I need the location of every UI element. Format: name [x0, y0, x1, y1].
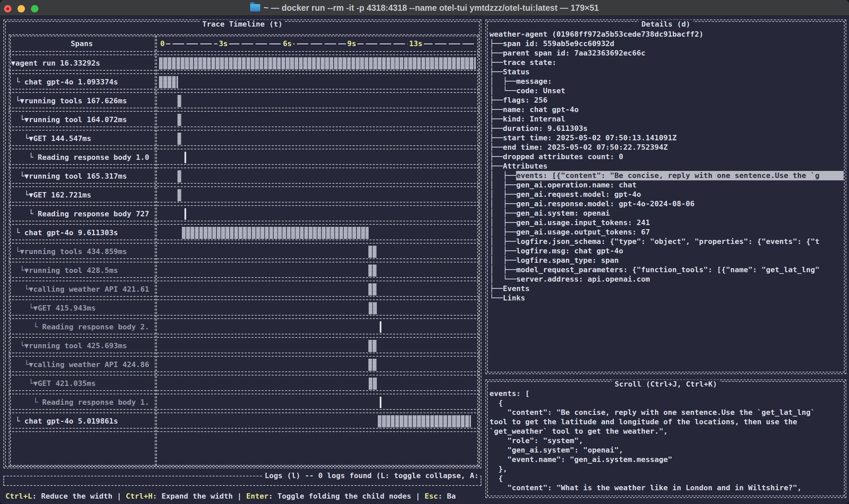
details-tree-line[interactable]: ├──kind: Internal: [490, 114, 844, 124]
spans-table: Spans 03s6s9s13s ▼agent run 16.33292s└ c…: [9, 34, 479, 467]
span-bar-cell: [159, 244, 476, 260]
details-tree-line[interactable]: ├──flags: 256: [490, 95, 844, 105]
span-duration-bar: [368, 359, 377, 371]
details-tree-line[interactable]: weather-agent (01968ff972a5b53cede738dc9…: [490, 30, 844, 39]
details-tree-line[interactable]: │ ├──gen_ai.usage.output_tokens: 67: [490, 228, 844, 237]
span-bar-cell: [159, 263, 476, 278]
details-title: Details (d): [639, 20, 693, 29]
folder-icon: [250, 4, 260, 12]
details-tree-line[interactable]: ├──trace state:: [490, 58, 844, 67]
span-row[interactable]: └ chat gpt-4o 5.019861s: [9, 413, 479, 432]
traffic-lights: [4, 5, 38, 13]
details-tree-line[interactable]: │ ├──logfire.json_schema: {"type": "obje…: [490, 237, 844, 246]
details-tree-line[interactable]: │ ├──gen_ai.response.model: gpt-4o-2024-…: [490, 199, 844, 209]
span-row[interactable]: └▼running tool 425.693ms: [9, 338, 479, 357]
span-name: └▼GET 421.035ms: [9, 376, 154, 392]
minimize-button[interactable]: [18, 5, 25, 13]
span-row[interactable]: └▼GET 162.721ms: [9, 187, 479, 206]
details-tree-line[interactable]: │ ├──events: [{"content": "Be concise, r…: [490, 171, 844, 180]
span-bar-cell: [159, 187, 476, 203]
scroll-json-line: `get_weather` tool to get the weather.",: [490, 427, 844, 436]
trace-timeline-title: Trace Timeline (t): [200, 20, 285, 29]
span-row[interactable]: └▼running tools 167.626ms: [9, 93, 479, 112]
span-name: ▼agent run 16.33292s: [9, 55, 154, 71]
time-axis-line: [159, 43, 476, 44]
details-tree-line[interactable]: │ ├──gen_ai.system: openai: [490, 209, 844, 218]
span-bar-cell: [159, 130, 476, 147]
span-row[interactable]: └▼GET 415.943ms: [9, 300, 479, 319]
span-row[interactable]: └ Reading response body 1.: [9, 394, 479, 413]
span-bar-cell: [159, 55, 476, 71]
details-tree-line[interactable]: └──Links: [490, 293, 844, 303]
span-name: └▼calling weather API 424.86: [9, 357, 154, 373]
span-row[interactable]: └ Reading response body 2.: [9, 319, 479, 338]
details-tree-line[interactable]: │ ├──logfire.msg: chat gpt-4o: [490, 246, 844, 256]
span-name: └▼GET 415.943ms: [9, 300, 154, 316]
selected-attribute-value[interactable]: events: [{"content": "Be concise, reply …: [516, 171, 844, 180]
span-name: └ Reading response body 1.0: [9, 149, 154, 165]
span-row[interactable]: └ Reading response body 727: [9, 206, 479, 225]
span-row[interactable]: └▼running tool 164.072ms: [9, 112, 479, 130]
span-row[interactable]: └▼calling weather API 424.86: [9, 357, 479, 376]
details-tree-line[interactable]: ├──name: chat gpt-4o: [490, 105, 844, 114]
span-bar-cell: [159, 93, 476, 109]
span-duration-bar: [368, 246, 377, 258]
span-row[interactable]: ▼agent run 16.33292s: [9, 55, 479, 74]
span-bar-cell: [159, 376, 476, 392]
span-row[interactable]: └▼running tool 428.5ms: [9, 263, 479, 281]
details-tree-line[interactable]: ├──end time: 2025-05-02 07:50:22.752394Z: [490, 143, 844, 152]
span-name: └▼running tool 428.5ms: [9, 263, 154, 278]
span-bar-cell: [159, 300, 476, 316]
zoom-button[interactable]: [31, 5, 38, 13]
details-tree-line[interactable]: │ ├──logfire.span_type: span: [490, 256, 844, 265]
details-tree-line[interactable]: │ ├──gen_ai.usage.input_tokens: 241: [490, 218, 844, 228]
details-tree-line[interactable]: │ ├──message:: [490, 77, 844, 86]
span-duration-bar: [368, 283, 377, 295]
logs-panel[interactable]: Logs (l) -- 0 logs found (L: toggle coll…: [3, 476, 481, 486]
details-tree-line[interactable]: ├──Events: [490, 284, 844, 293]
details-tree-line[interactable]: ├──dropped attributes count: 0: [490, 152, 844, 162]
details-tree-line[interactable]: │ ├──gen_ai.operation.name: chat: [490, 180, 844, 190]
details-tree-line[interactable]: ├──Attributes: [490, 162, 844, 171]
span-name: └▼running tool 425.693ms: [9, 338, 154, 354]
span-name: └ Reading response body 2.: [9, 319, 154, 335]
span-bar-cell: [159, 281, 476, 298]
scroll-json-line: },: [490, 464, 844, 474]
details-tree: weather-agent (01968ff972a5b53cede738dc9…: [490, 30, 844, 303]
span-row[interactable]: └ Reading response body 1.0: [9, 149, 479, 168]
span-row[interactable]: └ chat gpt-4o 9.611303s: [9, 225, 479, 244]
span-row[interactable]: └▼calling weather API 421.61: [9, 281, 479, 300]
scroll-content[interactable]: events: [ { "content": "Be concise, repl…: [490, 389, 844, 492]
details-tree-line[interactable]: ├──Status: [490, 67, 844, 77]
span-bar-cell: [159, 319, 476, 335]
span-duration-bar: [177, 170, 181, 182]
span-duration-bar: [380, 321, 382, 333]
scroll-json-line: {: [490, 474, 844, 483]
span-row[interactable]: └ chat gpt-4o 1.093374s: [9, 74, 479, 93]
window-title-text: ~ — docker run --rm -it -p 4318:4318 --n…: [264, 3, 599, 13]
span-row[interactable]: └▼running tool 165.317ms: [9, 168, 479, 187]
scroll-panel[interactable]: Scroll (Ctrl+J, Ctrl+K) events: [ { "con…: [485, 379, 846, 498]
details-tree-line[interactable]: ├──span id: 559ab5e9cc60932d: [490, 39, 844, 49]
close-button[interactable]: [4, 5, 12, 13]
span-duration-bar: [184, 152, 186, 163]
time-tick-label: 9s: [346, 39, 357, 49]
details-tree-line[interactable]: │ ├──gen_ai.request.model: gpt-4o: [490, 190, 844, 199]
details-tree-line[interactable]: ├──start time: 2025-05-02 07:50:13.14109…: [490, 133, 844, 143]
details-panel: Details (d) weather-agent (01968ff972a5b…: [485, 19, 846, 374]
details-tree-line[interactable]: │ └──code: Unset: [490, 86, 844, 95]
span-row[interactable]: └▼running tools 434.859ms: [9, 244, 479, 263]
status-key: Enter: [246, 492, 268, 500]
details-tree-line[interactable]: │ └──server.address: api.openai.com: [490, 274, 844, 284]
details-tree-line[interactable]: ├──duration: 9.611303s: [490, 124, 844, 133]
span-row[interactable]: └▼GET 421.035ms: [9, 376, 479, 394]
logs-panel-title: Logs (l) -- 0 logs found (L: toggle coll…: [263, 471, 480, 481]
span-bar-cell: [159, 168, 476, 184]
scroll-json-line: "content": "Be concise, reply with one s…: [490, 408, 844, 417]
span-bar-cell: [159, 225, 476, 241]
span-row[interactable]: └▼GET 144.547ms: [9, 130, 479, 149]
tree-branch-glyph: │ ├──: [490, 171, 516, 180]
span-duration-bar: [378, 415, 471, 427]
details-tree-line[interactable]: ├──parent span id: 7aa32363692ec66c: [490, 49, 844, 58]
details-tree-line[interactable]: │ ├──model_request_parameters: {"functio…: [490, 265, 844, 274]
